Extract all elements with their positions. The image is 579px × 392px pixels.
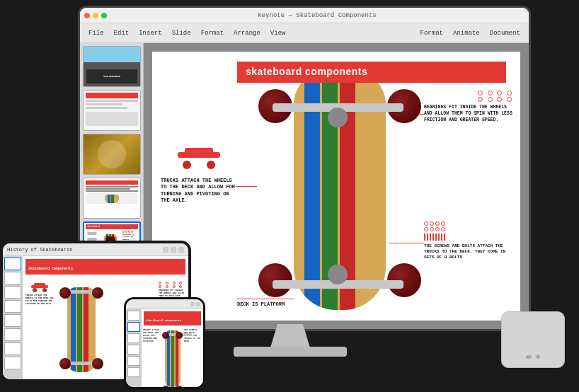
ipad-bearing-dot: [173, 285, 176, 288]
deck-text: DECK IS PLATFORM: [237, 301, 294, 308]
screw-dot: [430, 227, 434, 231]
slide-title: skateboard components: [246, 66, 367, 77]
ipad-thumb[interactable]: [4, 286, 21, 299]
svg-point-6: [33, 288, 37, 292]
ipad-thumb[interactable]: [4, 300, 21, 313]
ipad-thumb[interactable]: [4, 342, 21, 355]
menu-format[interactable]: Format: [198, 29, 227, 38]
iphone-content: skateboard components TRUCKS ATTACH THE …: [126, 309, 203, 387]
screws-section: THE SCREWS AND BOLTS ATTACH THE TRUCKS T…: [424, 221, 515, 260]
kingpin-top: [328, 108, 348, 127]
ipad-bearing-dot: [166, 285, 168, 288]
ipad-app-name: History of Skateboards: [7, 247, 72, 253]
thumbnail-3[interactable]: [83, 134, 141, 175]
menu-document[interactable]: Document: [487, 29, 523, 38]
iphone-slide: skateboard components TRUCKS ATTACH THE …: [142, 309, 203, 387]
ipad-bearing-dot: [166, 282, 168, 284]
ipad-slide-title: skateboard components: [25, 259, 185, 275]
screw-line: [441, 234, 442, 241]
screw-dot: [424, 227, 428, 231]
screw-dot: [441, 227, 445, 231]
ipad-toolbar-icon[interactable]: [178, 247, 184, 253]
ipad-toolbar-icon[interactable]: [171, 247, 176, 253]
svg-point-2: [183, 161, 191, 169]
menu-insert[interactable]: Insert: [136, 29, 164, 38]
iphone-screen: skateboard components TRUCKS ATTACH THE …: [126, 299, 203, 387]
callout-line-screws: [389, 243, 424, 243]
iphone-slide-title: skateboard components: [144, 311, 201, 325]
menu-animate[interactable]: Animate: [450, 29, 483, 38]
svg-rect-5: [34, 283, 45, 286]
deck-line: [237, 299, 294, 299]
maximize-button[interactable]: [101, 13, 107, 18]
screw-line: [430, 234, 431, 241]
app-title: Keynote — Skateboard Components: [258, 12, 376, 19]
thumb1-label: SKATEBOARD: [103, 75, 120, 78]
mac-studio: [501, 311, 565, 368]
main-slide: skateboard components: [152, 52, 520, 321]
bearing-dot: [478, 91, 483, 96]
screw-line: [424, 234, 425, 241]
trucks-text: TRUCKS ATTACH THE WHEELS TO THE DECK AND…: [161, 178, 237, 204]
iphone-thumb[interactable]: [127, 311, 140, 321]
screw-dot: [441, 221, 445, 226]
iphone-thumb[interactable]: [127, 367, 140, 377]
iphone-thumb[interactable]: [127, 356, 140, 366]
bearing-dot: [507, 97, 512, 102]
ipad-thumb[interactable]: [4, 328, 21, 341]
svg-point-3: [207, 161, 215, 169]
menu-arrange[interactable]: Arrange: [231, 29, 263, 38]
screw-line: [435, 234, 437, 241]
iphone-toolbar: [126, 299, 203, 309]
menu-edit[interactable]: Edit: [111, 29, 132, 38]
ipad-title-text: skateboard components: [28, 267, 73, 271]
screw-dot: [435, 221, 440, 226]
thumbnail-1[interactable]: SKATEBOARD: [83, 46, 141, 87]
ipad-bearing-dot: [159, 282, 161, 284]
bearing-dot: [497, 97, 502, 102]
ipad-thumbnails: [3, 256, 23, 379]
iphone-thumb[interactable]: [127, 345, 140, 354]
bearing-dot: [488, 91, 493, 96]
deck-section: DECK IS PLATFORM: [237, 299, 294, 308]
screw-dot: [435, 227, 440, 231]
mac-port-2: [536, 354, 540, 359]
bearing-dot: [488, 97, 493, 102]
menu-slide[interactable]: Slide: [169, 29, 194, 38]
iphone-thumb-active[interactable]: [127, 322, 140, 332]
skateboard-illustration: [251, 55, 428, 317]
ipad-truck-icon: [30, 282, 50, 293]
mac-studio-ports: [526, 354, 540, 359]
ipad-bearing-dot: [179, 282, 182, 284]
bearings-section: BEARINGS FIT INSIDE THE WHEELS AND ALLOW…: [424, 91, 515, 123]
truck-icon: [174, 144, 224, 172]
close-button[interactable]: [84, 13, 90, 18]
screw-line: [427, 234, 428, 241]
screw-dot: [424, 221, 428, 226]
ipad-toolbar-icon[interactable]: [163, 247, 168, 253]
ipad-trucks-mini-text: TRUCKS ATTACH THE WHEELS TO THE DECK AND…: [25, 294, 54, 306]
svg-rect-1: [185, 148, 213, 154]
iphone-toolbar-icon[interactable]: [196, 302, 200, 306]
slide-area: skateboard components: [144, 43, 529, 329]
iphone-thumb[interactable]: [127, 333, 140, 343]
iphone-toolbar-icon[interactable]: [190, 302, 195, 306]
slide-title-banner: skateboard components: [237, 62, 506, 83]
minimize-button[interactable]: [93, 13, 98, 18]
iphone-trucks-text: TRUCKS ATTACH THE DECK AND ALLOW FOR TUR…: [143, 329, 161, 387]
menu-format2[interactable]: Format: [418, 29, 446, 38]
ipad-thumb-active[interactable]: [4, 258, 21, 270]
thumbnail-2[interactable]: [83, 90, 141, 131]
ipad-thumb[interactable]: [4, 272, 21, 284]
screw-line: [438, 234, 440, 241]
ipad-thumb[interactable]: [4, 314, 21, 327]
thumbnail-4[interactable]: [83, 178, 141, 219]
iphone-bearings-text: THE SCREWS AND BOLTS ATTACH THE TRUCKS T…: [184, 329, 202, 387]
menu-view[interactable]: View: [268, 29, 289, 38]
menu-file[interactable]: File: [86, 29, 107, 38]
mac-port-1: [526, 355, 532, 359]
screw-dot: [430, 221, 434, 226]
ipad-thumb[interactable]: [4, 357, 21, 369]
ipad-bearing-dot: [159, 285, 161, 288]
screw-line: [432, 234, 434, 241]
